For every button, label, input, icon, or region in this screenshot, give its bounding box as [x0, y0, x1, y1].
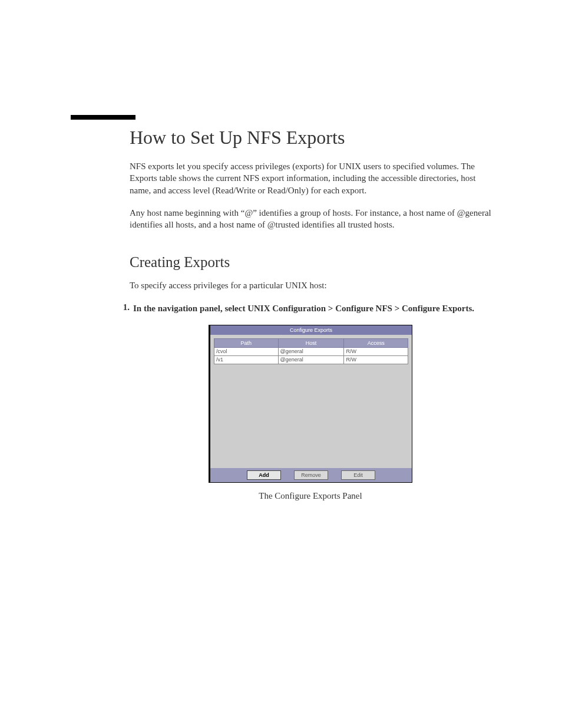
- cell-access: R/W: [344, 355, 408, 364]
- panel-title: Configure Exports: [210, 325, 412, 335]
- table-row[interactable]: /cvol @general R/W: [214, 347, 408, 355]
- step-text: In the navigation panel, select UNIX Con…: [133, 302, 474, 314]
- table-empty-area: [214, 364, 408, 465]
- section-intro: To specify access privileges for a parti…: [130, 279, 491, 291]
- table-row[interactable]: /v1 @general R/W: [214, 355, 408, 364]
- section-heading-creating-exports: Creating Exports: [130, 254, 491, 271]
- figure-configure-exports: Configure Exports Path Host Acces: [130, 325, 491, 501]
- page-title: How to Set Up NFS Exports: [130, 127, 491, 149]
- cell-path: /cvol: [214, 347, 279, 355]
- cell-path: /v1: [214, 355, 279, 364]
- figure-caption: The Configure Exports Panel: [259, 491, 362, 501]
- section-marker-bar: [71, 115, 135, 120]
- remove-button[interactable]: Remove: [294, 470, 328, 480]
- column-header-host[interactable]: Host: [278, 338, 344, 347]
- cell-host: @general: [278, 347, 344, 355]
- step-1: 1. In the navigation panel, select UNIX …: [115, 302, 491, 314]
- panel-body: Path Host Access /cvol @general R/W: [210, 335, 412, 468]
- intro-paragraph-2: Any host name beginning with “@” identif…: [130, 207, 491, 231]
- column-header-path[interactable]: Path: [214, 338, 279, 347]
- panel-button-bar: Add Remove Edit: [210, 468, 412, 482]
- intro-paragraph-1: NFS exports let you specify access privi…: [130, 160, 491, 196]
- cell-host: @general: [278, 355, 344, 364]
- step-number: 1.: [115, 302, 133, 314]
- add-button[interactable]: Add: [247, 470, 281, 480]
- edit-button[interactable]: Edit: [341, 470, 375, 480]
- configure-exports-panel: Configure Exports Path Host Acces: [209, 325, 412, 483]
- cell-access: R/W: [344, 347, 408, 355]
- exports-table: Path Host Access /cvol @general R/W: [214, 338, 408, 364]
- column-header-access[interactable]: Access: [344, 338, 408, 347]
